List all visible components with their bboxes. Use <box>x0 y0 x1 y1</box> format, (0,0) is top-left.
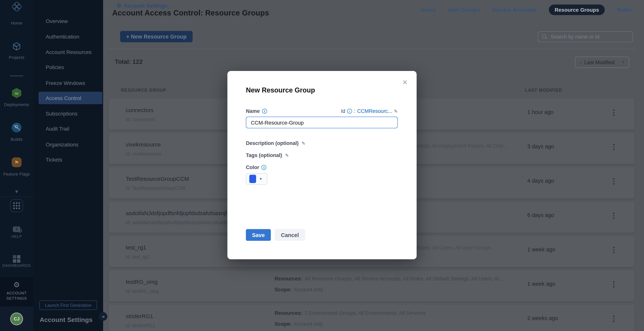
total-count: Total: 122 <box>115 58 142 65</box>
harness-home-icon[interactable] <box>0 3 33 10</box>
resource-group-row[interactable]: striderRG1Id: striderRG1Resources:2 Envi… <box>109 305 634 331</box>
nav-feature-flags-label[interactable]: Feature Flags <box>0 172 33 176</box>
tab-roles[interactable]: Roles <box>617 7 632 13</box>
row-id: Id: testRG_omg <box>126 289 159 294</box>
sidebar-item-account-resources[interactable]: Account Resources <box>38 46 102 58</box>
save-button[interactable]: Save <box>246 229 271 241</box>
description-edit-pencil-icon[interactable]: ✎ <box>302 141 306 146</box>
name-label: Name i <box>246 108 267 114</box>
tags-field: Tags (optional) ✎ <box>246 152 289 158</box>
row-id: Id: striderRG1 <box>126 323 155 328</box>
sidebar-item-organizations[interactable]: Organizations <box>38 138 102 151</box>
row-name[interactable]: test_rg1 <box>126 244 146 251</box>
color-info-icon[interactable]: i <box>262 165 266 170</box>
account-settings-label-2: SETTINGS <box>0 296 33 301</box>
id-value-link[interactable]: CCMResourc... <box>357 108 392 114</box>
sidebar-footer-title: Account Settings <box>40 316 92 324</box>
chevron-down-icon[interactable]: ▼ <box>0 189 33 194</box>
projects-cube-icon[interactable] <box>0 41 33 51</box>
access-control-tabs: UsersUser GroupsService AccountsResource… <box>420 4 632 15</box>
row-resources-partial: Roles, All Users, All User Groups <box>416 245 491 251</box>
help-label[interactable]: HELP <box>0 234 33 239</box>
tab-resource-groups[interactable]: Resource Groups <box>549 4 605 15</box>
row-kebab-menu-icon[interactable] <box>611 316 616 322</box>
sidebar-item-freeze-windows[interactable]: Freeze Windows <box>38 77 102 89</box>
sidebar-item-policies[interactable]: Policies <box>38 61 102 73</box>
sidebar-item-tickets[interactable]: Tickets <box>38 153 102 166</box>
sidebar-item-subscriptions[interactable]: Subscriptions <box>38 107 102 120</box>
row-last-modified: 4 days ago <box>527 178 554 184</box>
name-info-icon[interactable]: i <box>262 109 267 114</box>
column-header-resource-group: RESOURCE GROUP <box>121 88 166 92</box>
sort-icon: ↑↓ <box>579 60 582 64</box>
id-edit-pencil-icon[interactable]: ✎ <box>394 108 398 114</box>
resource-group-row[interactable]: testRG_omgId: testRG_omgResources:All Re… <box>109 270 634 302</box>
row-kebab-menu-icon[interactable] <box>611 281 616 287</box>
row-name[interactable]: connectors <box>126 107 154 113</box>
help-icon[interactable]: ? <box>0 226 33 232</box>
module-nav: Home Projects ∞ Deployments Builds ⚑ Fea… <box>0 0 33 331</box>
nav-projects-label[interactable]: Projects <box>0 55 33 60</box>
close-icon[interactable]: ✕ <box>402 78 408 86</box>
row-kebab-menu-icon[interactable] <box>611 213 616 219</box>
row-kebab-menu-icon[interactable] <box>611 178 616 184</box>
color-swatch <box>249 175 256 183</box>
sidebar-item-access-control[interactable]: Access Control <box>38 92 102 104</box>
breadcrumb-gear-icon: ⚙ <box>116 2 122 9</box>
nav-divider <box>10 75 24 76</box>
nav-section-divider <box>0 197 33 197</box>
sidebar-collapse-button[interactable]: ◀ <box>98 312 107 321</box>
tab-service-accounts[interactable]: Service Accounts <box>492 7 536 13</box>
id-colon: : <box>354 108 356 114</box>
launch-first-generation-button[interactable]: Launch First Generation <box>39 301 97 310</box>
account-settings-nav-active[interactable]: ⚙ ACCOUNT SETTINGS <box>0 277 33 307</box>
sidebar-item-audit-trail[interactable]: Audit Trail <box>38 122 102 135</box>
row-kebab-menu-icon[interactable] <box>611 109 616 116</box>
breadcrumb-label[interactable]: Account Settings <box>124 3 167 9</box>
row-name[interactable]: TestResourceGroupCCM <box>126 176 189 182</box>
feature-flags-icon[interactable]: ⚑ <box>0 157 33 167</box>
breadcrumb[interactable]: ⚙ Account Settings › <box>116 2 171 9</box>
nav-builds-label[interactable]: Builds <box>0 137 33 142</box>
tags-edit-pencil-icon[interactable]: ✎ <box>285 153 289 158</box>
row-name[interactable]: striderRG1 <box>126 313 153 319</box>
avatar[interactable]: CJ <box>0 313 33 325</box>
cancel-button[interactable]: Cancel <box>274 229 305 241</box>
tags-label: Tags (optional) <box>246 152 282 158</box>
sidebar-item-overview[interactable]: Overview <box>38 15 102 27</box>
row-scope: Scope:Account only <box>274 321 323 327</box>
nav-deployments-label[interactable]: Deployments <box>0 102 33 107</box>
id-info-icon[interactable]: i <box>347 109 352 114</box>
row-id: Id: TestResourceGroupCCM <box>126 186 185 191</box>
row-name[interactable]: testRG_omg <box>126 279 158 285</box>
row-kebab-menu-icon[interactable] <box>611 247 616 253</box>
row-last-modified: 2 weeks ago <box>527 315 558 321</box>
search-icon <box>542 34 547 39</box>
dashboards-icon[interactable] <box>0 255 33 263</box>
sort-dropdown[interactable]: ↑↓ Last Modified ▼ <box>575 57 629 68</box>
resource-group-name-input[interactable] <box>246 117 398 128</box>
scope-label: Scope: <box>274 287 292 293</box>
row-kebab-menu-icon[interactable] <box>611 144 616 150</box>
breadcrumb-separator: › <box>170 3 171 9</box>
row-resources: Resources:2 Environment Groups, All Envi… <box>274 310 426 316</box>
row-id: Id: asdoifaNJdsfjopdfsnfdjopfdsdsafohias… <box>126 220 234 225</box>
description-field: Description (optional) ✎ <box>246 140 306 146</box>
color-picker-dropdown[interactable]: ▼ <box>246 173 268 185</box>
description-label: Description (optional) <box>246 140 298 146</box>
row-last-modified: 1 hour ago <box>527 109 554 115</box>
cube-svg <box>12 41 22 51</box>
dashboards-label[interactable]: DASHBOARDS <box>0 264 33 268</box>
tab-user-groups[interactable]: User Groups <box>448 7 480 13</box>
nav-home-label[interactable]: Home <box>0 21 33 25</box>
sidebar-item-authentication[interactable]: Authentication <box>38 30 102 43</box>
module-grid-icon[interactable] <box>0 199 33 212</box>
search-input[interactable] <box>550 33 629 40</box>
color-label: Color i <box>246 165 266 170</box>
new-resource-group-button[interactable]: + New Resource Group <box>120 31 193 42</box>
search-box[interactable] <box>538 31 633 42</box>
deployments-cd-icon[interactable]: ∞ <box>0 88 33 98</box>
row-name[interactable]: vivekresource <box>126 141 161 148</box>
tab-users[interactable]: Users <box>420 7 435 13</box>
builds-ci-icon[interactable] <box>0 123 33 132</box>
